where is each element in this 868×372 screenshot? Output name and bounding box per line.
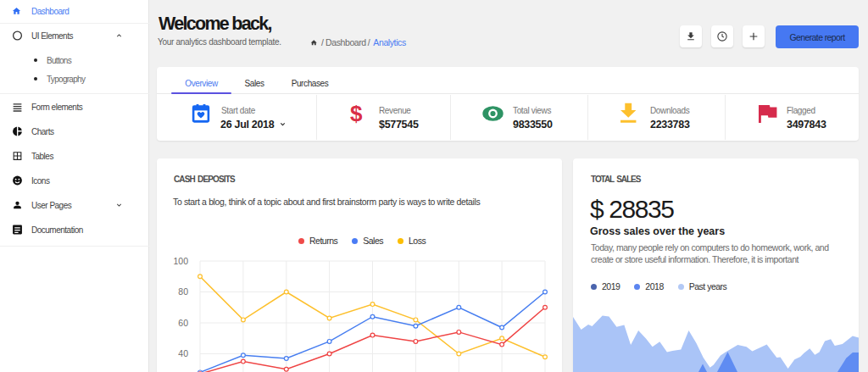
svg-text:40: 40 [178,348,188,358]
svg-text:60: 60 [178,318,188,328]
svg-text:80: 80 [178,286,188,297]
svg-text:100: 100 [173,256,188,266]
